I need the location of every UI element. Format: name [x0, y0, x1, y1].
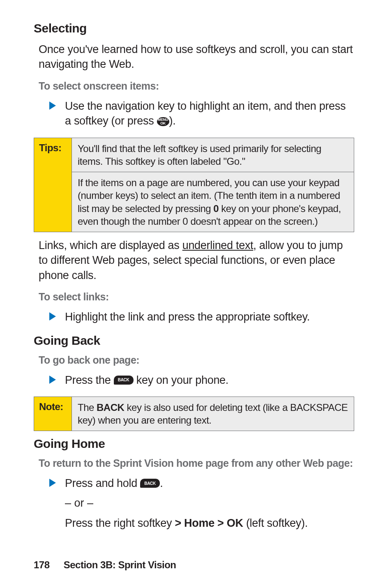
note-label: Note: [34, 397, 72, 431]
note-content: The BACK key is also used for deleting t… [72, 397, 354, 431]
note-box: Note: The BACK key is also used for dele… [34, 397, 354, 431]
tips-label: Tips: [34, 138, 72, 232]
page-footer: 178 Section 3B: Sprint Vision [34, 559, 176, 571]
bullet-use-navigation: Use the navigation key to highlight an i… [49, 99, 354, 129]
tip-row-1: You'll find that the left softkey is use… [72, 138, 354, 172]
tips-content: You'll find that the left softkey is use… [72, 138, 354, 232]
triangle-bullet-icon [49, 479, 56, 487]
paragraph-selecting-intro: Once you've learned how to use softkeys … [39, 42, 354, 72]
triangle-bullet-icon [49, 101, 56, 110]
bullet-text: Highlight the link and press the appropr… [65, 309, 310, 324]
menu-ok-icon: MENUOK [157, 117, 169, 126]
label-return-home: To return to the Sprint Vision home page… [39, 457, 354, 469]
back-key-icon: BACK [140, 479, 160, 488]
bullet-text: Use the navigation key to highlight an i… [65, 99, 354, 129]
paragraph-links: Links, which are displayed as underlined… [39, 238, 354, 283]
tip-row-2: If the items on a page are numbered, you… [72, 172, 354, 232]
or-separator: – or – [65, 497, 354, 510]
press-right-softkey-line: Press the right softkey > Home > OK (lef… [65, 517, 354, 530]
heading-going-home: Going Home [34, 437, 354, 451]
underlined-text-sample: underlined text [182, 239, 254, 251]
bullet-press-back: Press the BACK key on your phone. [49, 373, 354, 387]
bullet-text: Press and hold BACK. [65, 476, 163, 491]
section-title: Section 3B: Sprint Vision [64, 559, 176, 570]
label-select-links: To select links: [39, 291, 354, 303]
tips-box: Tips: You'll find that the left softkey … [34, 138, 354, 232]
bullet-text: Press the BACK key on your phone. [65, 373, 228, 387]
note-row: The BACK key is also used for deleting t… [72, 397, 354, 431]
label-select-onscreen: To select onscreen items: [39, 80, 354, 92]
triangle-bullet-icon [49, 312, 56, 321]
triangle-bullet-icon [49, 376, 56, 384]
bullet-highlight-link: Highlight the link and press the appropr… [49, 309, 354, 324]
page-number: 178 [34, 559, 50, 570]
bullet-press-hold: Press and hold BACK. [49, 476, 354, 491]
back-key-icon: BACK [114, 376, 134, 385]
label-go-back: To go back one page: [39, 354, 354, 366]
heading-selecting: Selecting [34, 21, 354, 35]
heading-going-back: Going Back [34, 334, 354, 348]
